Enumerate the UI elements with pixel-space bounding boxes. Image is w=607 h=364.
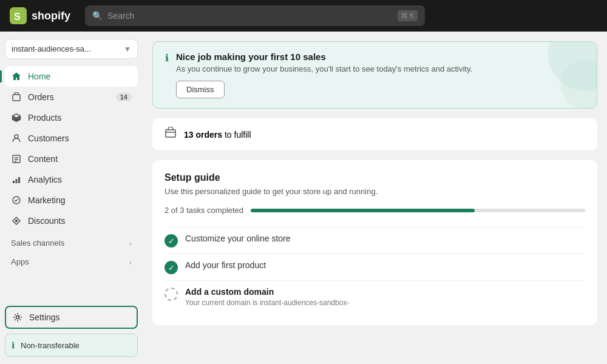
sidebar: instant-audiences-sa... ▼ Home Orders 14 (0, 32, 143, 364)
sales-channels-label: Sales channels (11, 238, 64, 248)
task-customize[interactable]: ✓ Customize your online store (164, 227, 585, 254)
sidebar-label-content: Content (28, 154, 58, 164)
task-add-domain[interactable]: Add a custom domain Your current domain … (164, 280, 585, 313)
orders-count: 13 orders to fulfill (184, 130, 251, 140)
home-icon (11, 71, 22, 82)
non-transferable-badge[interactable]: ℹ Non-transferable (5, 334, 138, 357)
sidebar-label-customers: Customers (28, 133, 69, 143)
sidebar-item-products[interactable]: Products (5, 107, 138, 128)
orders-badge: 14 (116, 93, 132, 101)
sidebar-bottom: Settings ℹ Non-transferable (5, 301, 138, 357)
content-area: ℹ Nice job making your first 10 sales As… (143, 32, 607, 364)
sidebar-item-marketing[interactable]: Marketing (5, 190, 138, 211)
logo-text: shopify (32, 10, 70, 22)
settings-button[interactable]: Settings (5, 306, 138, 329)
content-icon (11, 153, 22, 164)
customers-icon (11, 133, 22, 144)
sidebar-label-discounts: Discounts (28, 216, 65, 226)
task-label-domain: Add a custom domain Your current domain … (185, 287, 349, 307)
svg-point-13 (16, 316, 19, 319)
discounts-icon (11, 215, 22, 226)
sidebar-label-analytics: Analytics (28, 175, 62, 184)
task-add-product[interactable]: ✓ Add your first product (164, 254, 585, 280)
products-icon (11, 112, 22, 123)
sidebar-item-analytics[interactable]: Analytics (5, 169, 138, 190)
svg-text:S: S (14, 12, 21, 22)
task-label-product: Add your first product (185, 260, 266, 270)
orders-fulfill-icon (164, 127, 177, 142)
banner-decoration (524, 42, 597, 108)
svg-point-12 (16, 220, 18, 222)
sales-channels-chevron-icon: › (129, 240, 132, 247)
settings-label: Settings (29, 312, 60, 322)
task-check-product: ✓ (164, 261, 178, 274)
apps-chevron-icon: › (129, 258, 132, 266)
orders-suffix: to fulfill (222, 130, 251, 140)
topbar: S shopify 🔍 ⌘ K (0, 0, 607, 32)
task-check-customize: ✓ (164, 234, 178, 248)
search-bar[interactable]: 🔍 ⌘ K (85, 5, 425, 26)
sidebar-item-content[interactable]: Content (5, 149, 138, 169)
setup-guide-title: Setup guide (164, 172, 585, 183)
orders-fulfill-card: 13 orders to fulfill (152, 118, 597, 150)
orders-icon (11, 92, 22, 103)
svg-point-3 (15, 135, 18, 138)
progress-row: 2 of 3 tasks completed (164, 206, 585, 215)
store-selector[interactable]: instant-audiences-sa... ▼ (5, 39, 138, 59)
apps-label: Apps (11, 257, 29, 266)
search-input[interactable] (107, 11, 393, 21)
sidebar-label-orders: Orders (28, 92, 54, 102)
task-label-customize: Customize your online store (185, 234, 291, 243)
settings-icon (12, 312, 23, 323)
svg-rect-2 (13, 95, 20, 101)
sidebar-item-orders[interactable]: Orders 14 (5, 87, 138, 107)
task-check-domain (164, 288, 178, 301)
search-icon: 🔍 (92, 11, 103, 21)
info-banner-icon: ℹ (165, 52, 169, 64)
apps-section[interactable]: Apps › (5, 252, 138, 271)
svg-rect-9 (16, 179, 18, 183)
sidebar-item-home[interactable]: Home (5, 66, 138, 87)
chevron-down-icon: ▼ (124, 45, 131, 53)
sales-channels-section[interactable]: Sales channels › (5, 234, 138, 252)
sidebar-item-discounts[interactable]: Discounts (5, 211, 138, 231)
dismiss-button[interactable]: Dismiss (176, 81, 225, 98)
sidebar-label-products: Products (28, 113, 61, 123)
setup-guide-card: Setup guide Use this personalized guide … (152, 160, 597, 325)
sidebar-item-customers[interactable]: Customers (5, 128, 138, 149)
setup-guide-subtitle: Use this personalized guide to get your … (164, 187, 585, 196)
non-transferable-label: Non-transferable (21, 341, 80, 350)
nav-section-main: Home Orders 14 Products (5, 66, 138, 231)
logo-area: S shopify (10, 7, 70, 24)
sidebar-label-marketing: Marketing (28, 195, 65, 205)
analytics-icon (11, 174, 22, 185)
search-shortcut: ⌘ K (398, 10, 418, 21)
svg-rect-16 (166, 130, 175, 137)
progress-bar-bg (251, 209, 585, 212)
progress-bar-fill (251, 209, 475, 212)
sidebar-label-home: Home (28, 72, 50, 81)
marketing-icon (11, 195, 22, 206)
main-layout: instant-audiences-sa... ▼ Home Orders 14 (0, 32, 607, 364)
store-name: instant-audiences-sa... (12, 44, 91, 53)
notification-banner: ℹ Nice job making your first 10 sales As… (152, 41, 597, 109)
svg-rect-10 (18, 177, 20, 183)
info-icon: ℹ (12, 340, 15, 350)
shopify-logo-icon: S (10, 7, 27, 24)
svg-rect-8 (13, 181, 15, 183)
orders-count-number: 13 orders (184, 130, 222, 140)
progress-label: 2 of 3 tasks completed (164, 206, 243, 215)
